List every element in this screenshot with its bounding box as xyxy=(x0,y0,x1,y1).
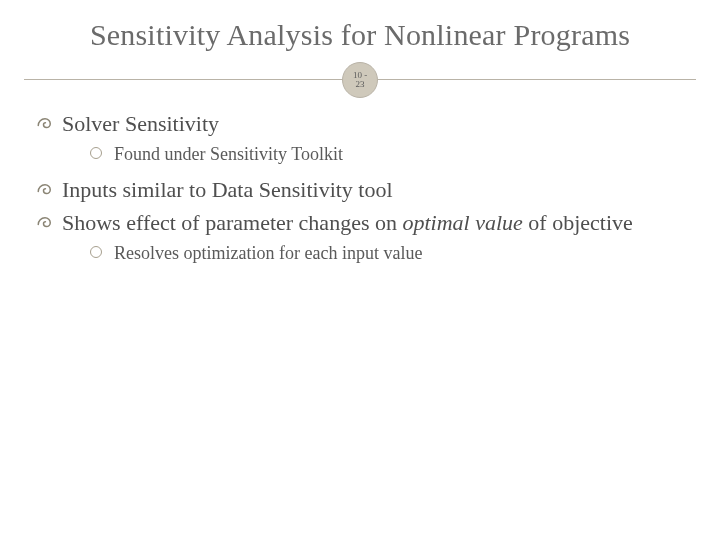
list-item: Inputs similar to Data Sensitivity tool xyxy=(36,176,684,204)
text-pre: Shows effect of parameter changes on xyxy=(62,210,402,235)
list-item-text: Solver Sensitivity xyxy=(62,111,219,136)
list-item-text: Shows effect of parameter changes on opt… xyxy=(62,210,633,235)
sub-list-item-text: Found under Sensitivity Toolkit xyxy=(114,144,343,164)
content-area: Solver Sensitivity Found under Sensitivi… xyxy=(0,98,720,265)
sub-list: Resolves optimization for each input val… xyxy=(62,241,684,265)
swirl-icon xyxy=(36,115,54,133)
sub-list-item: Resolves optimization for each input val… xyxy=(90,241,684,265)
sub-list-item: Found under Sensitivity Toolkit xyxy=(90,142,684,166)
list-item: Solver Sensitivity Found under Sensitivi… xyxy=(36,110,684,166)
sub-list: Found under Sensitivity Toolkit xyxy=(62,142,684,166)
ring-icon xyxy=(90,147,102,159)
title-divider: 10 - 23 xyxy=(24,62,696,98)
sub-list-item-text: Resolves optimization for each input val… xyxy=(114,243,422,263)
swirl-icon xyxy=(36,181,54,199)
slide: Sensitivity Analysis for Nonlinear Progr… xyxy=(0,0,720,540)
text-post: of objective xyxy=(523,210,633,235)
badge-bottom: 23 xyxy=(356,80,365,89)
slide-title: Sensitivity Analysis for Nonlinear Progr… xyxy=(0,0,720,62)
text-emphasis: optimal value xyxy=(402,210,522,235)
list-item-text: Inputs similar to Data Sensitivity tool xyxy=(62,177,393,202)
page-badge: 10 - 23 xyxy=(342,62,378,98)
ring-icon xyxy=(90,246,102,258)
bullet-list: Solver Sensitivity Found under Sensitivi… xyxy=(36,110,684,265)
list-item: Shows effect of parameter changes on opt… xyxy=(36,209,684,265)
swirl-icon xyxy=(36,214,54,232)
